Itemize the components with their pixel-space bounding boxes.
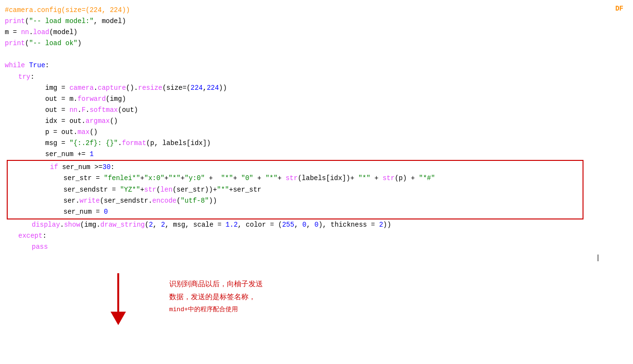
code-line: ser_num += 1 <box>5 149 628 160</box>
code-text: (img. <box>80 221 100 229</box>
code-text: forward <box>77 95 106 103</box>
code-text: : <box>111 163 114 171</box>
code-line: try: <box>5 72 628 83</box>
code-text: print <box>5 39 25 47</box>
code-text: "*" <box>168 174 180 182</box>
code-text: str <box>285 174 298 182</box>
code-line: display.show(img.draw_string(2, 2, msg, … <box>5 219 628 231</box>
code-text: : <box>45 61 49 69</box>
annotation-line3: mind+中的程序配合使用 <box>169 304 263 315</box>
code-text: nn <box>69 106 77 114</box>
code-text: "x:0" <box>144 174 164 182</box>
code-text: 255 <box>282 221 294 229</box>
code-text: softmax <box>89 106 118 114</box>
code-text: str <box>144 186 156 194</box>
code-text: +ser_str <box>229 186 261 194</box>
code-text: 224 <box>191 84 203 92</box>
cursor-line: | <box>5 253 628 264</box>
code-text: "0" <box>241 174 253 182</box>
code-line: p = out.max() <box>5 127 628 138</box>
arrow-line <box>117 273 119 312</box>
code-text: pass <box>32 243 48 251</box>
code-text: "YZ*" <box>120 186 140 194</box>
code-line: if ser_num >=30: <box>10 162 581 173</box>
code-text: draw_string <box>100 221 145 229</box>
code-text: "*" <box>358 174 370 182</box>
code-text: format <box>122 139 146 147</box>
code-text: () <box>89 128 98 136</box>
code-text: . <box>77 106 81 114</box>
code-text: , <box>306 221 314 229</box>
code-line: m = nn.load(model) <box>5 27 628 38</box>
code-text: ), thickness = <box>319 221 379 229</box>
code-text: () <box>110 117 118 125</box>
code-text: ser_num += <box>45 150 89 158</box>
code-text: F <box>82 106 86 114</box>
red-box: if ser_num >=30: ser_str = "fenlei*"+"x:… <box>7 160 583 219</box>
annotation-line2: 数据，发送的是标签名称， <box>169 291 263 304</box>
code-text: argmax <box>86 117 110 125</box>
code-text: + <box>140 186 144 194</box>
code-line: except: <box>5 231 628 242</box>
code-text: capture <box>98 84 126 92</box>
code-text: ser_num >= <box>58 163 102 171</box>
code-text: load <box>33 28 50 36</box>
code-text: "*#" <box>419 174 435 182</box>
code-text: "{:.2f}: {}" <box>69 139 118 147</box>
code-text: ser. <box>63 197 80 205</box>
code-text: 0 <box>314 221 318 229</box>
code-text: + <box>140 174 144 182</box>
code-text: "-- load model:" <box>29 17 93 25</box>
code-text: img = <box>45 84 69 92</box>
code-text: len <box>161 186 173 194</box>
code-text: . <box>118 139 122 147</box>
code-text: = <box>13 28 21 36</box>
code-text: )) <box>209 197 217 205</box>
code-text: (out) <box>118 106 138 114</box>
code-text: (model) <box>49 28 77 36</box>
code-text: )) <box>383 221 391 229</box>
code-text: #camera.config(size=(224, 224)) <box>5 6 130 14</box>
code-text: 2 <box>379 221 383 229</box>
code-line: print("-- load model:", model) <box>5 16 628 27</box>
code-line: ser_str = "fenlei*"+"x:0"+"*"+"y:0" + "*… <box>10 173 581 184</box>
code-text: "utf-8" <box>181 197 209 205</box>
code-line: print("-- load ok") <box>5 38 628 49</box>
code-text: (ser_sendstr. <box>100 197 152 205</box>
code-text: . <box>60 221 64 229</box>
code-text: + <box>371 174 383 182</box>
code-text: ser_sendstr = <box>63 186 120 194</box>
code-text: . <box>94 84 98 92</box>
code-text: p = out. <box>45 128 77 136</box>
code-text: (). <box>126 84 138 92</box>
code-line: pass <box>5 242 628 253</box>
code-text: (size=( <box>162 84 191 92</box>
code-line <box>5 49 628 60</box>
code-text: ser_str = <box>63 174 104 182</box>
code-text: encode <box>152 197 176 205</box>
code-text: , model) <box>94 17 126 25</box>
code-text: write <box>80 197 100 205</box>
code-line: idx = out.argmax() <box>5 116 628 127</box>
code-text: idx = out. <box>45 117 86 125</box>
code-text: msg = <box>45 139 69 147</box>
code-line: ser_num = 0 <box>10 206 581 218</box>
code-text: ( <box>156 186 160 194</box>
code-text: "*" <box>217 186 229 194</box>
code-text: 0 <box>104 208 108 216</box>
code-line: out = m.forward(img) <box>5 94 628 105</box>
code-text: if <box>50 163 58 171</box>
code-text: ( <box>145 221 149 229</box>
page-container: DF #camera.config(size=(224, 224)) print… <box>0 0 633 364</box>
code-text: )) <box>219 84 227 92</box>
code-text: ( <box>176 197 180 205</box>
code-text: (p) + <box>395 174 419 182</box>
code-text: "y:0" <box>185 174 205 182</box>
code-text: , <box>153 221 161 229</box>
code-text: + <box>233 174 241 182</box>
code-text: 30 <box>102 163 111 171</box>
code-text: resize <box>138 84 162 92</box>
code-text: try <box>18 73 30 81</box>
code-text: ser_num = <box>63 208 104 216</box>
arrow-column <box>111 273 126 325</box>
